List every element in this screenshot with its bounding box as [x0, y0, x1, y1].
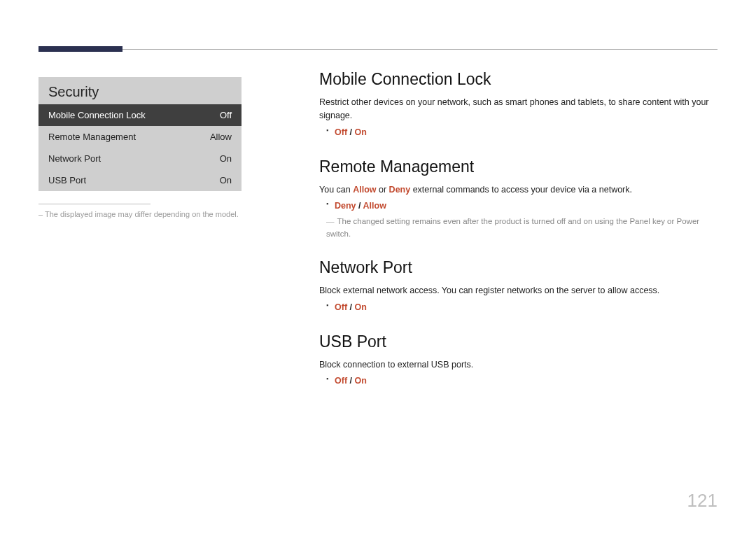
top-accent-bar: [38, 46, 122, 52]
left-column: Security Mobile Connection Lock Off Remo…: [38, 77, 241, 218]
option-off: Off: [335, 127, 347, 137]
option-separator: /: [347, 302, 354, 312]
desc-text: You can: [319, 185, 353, 195]
disclaimer-text: The displayed image may differ depending…: [45, 210, 239, 218]
menu-item-usb-port[interactable]: USB Port On: [38, 169, 241, 191]
section-description: Restrict other devices on your network, …: [319, 96, 718, 122]
section-heading: Mobile Connection Lock: [319, 70, 718, 89]
section-remote-management: Remote Management You can Allow or Deny …: [319, 157, 718, 240]
page-number: 121: [687, 490, 718, 512]
menu-item-network-port[interactable]: Network Port On: [38, 148, 241, 169]
section-heading: Remote Management: [319, 157, 718, 176]
dash-prefix: –: [38, 210, 45, 218]
section-usb-port: USB Port Block connection to external US…: [319, 332, 718, 388]
option-list: Off / On: [319, 300, 718, 314]
section-heading: Network Port: [319, 258, 718, 277]
section-mobile-connection-lock: Mobile Connection Lock Restrict other de…: [319, 70, 718, 139]
menu-item-label: USB Port: [48, 175, 86, 185]
persist-note: The changed setting remains even after t…: [319, 216, 718, 240]
option-on: On: [354, 302, 366, 312]
menu-item-label: Remote Management: [48, 132, 136, 142]
menu-item-label: Network Port: [48, 153, 101, 164]
menu-item-label: Mobile Connection Lock: [48, 110, 146, 120]
option-off: Off: [335, 302, 347, 312]
option-separator: /: [347, 127, 354, 137]
menu-item-value: Off: [220, 110, 232, 120]
menu-item-remote-management[interactable]: Remote Management Allow: [38, 126, 241, 148]
option-off: Off: [335, 376, 347, 386]
inline-allow: Allow: [353, 185, 376, 195]
section-description: Block external network access. You can r…: [319, 284, 718, 297]
top-rule: [38, 49, 718, 50]
option-list: Deny / Allow: [319, 199, 718, 213]
menu-item-value: On: [220, 153, 232, 164]
section-description: You can Allow or Deny external commands …: [319, 183, 718, 197]
left-divider: [38, 204, 150, 204]
right-column: Mobile Connection Lock Restrict other de…: [319, 70, 718, 406]
option-list: Off / On: [319, 125, 718, 139]
model-disclaimer: – The displayed image may differ dependi…: [38, 210, 241, 218]
option-separator: /: [356, 201, 363, 211]
menu-item-value: Allow: [210, 132, 232, 142]
desc-text: or: [377, 185, 389, 195]
section-description: Block connection to external USB ports.: [319, 358, 718, 372]
section-network-port: Network Port Block external network acce…: [319, 258, 718, 314]
security-menu: Security Mobile Connection Lock Off Remo…: [38, 77, 241, 191]
option-on: On: [354, 376, 366, 386]
desc-text: external commands to access your device …: [410, 185, 632, 195]
option-list: Off / On: [319, 374, 718, 388]
menu-item-value: On: [220, 175, 232, 185]
option-on: On: [354, 127, 366, 137]
menu-title: Security: [38, 77, 241, 104]
menu-item-mobile-connection-lock[interactable]: Mobile Connection Lock Off: [38, 104, 241, 126]
inline-deny: Deny: [389, 185, 411, 195]
option-separator: /: [347, 376, 354, 386]
section-heading: USB Port: [319, 332, 718, 351]
option-deny: Deny: [335, 201, 356, 211]
option-allow: Allow: [363, 201, 386, 211]
